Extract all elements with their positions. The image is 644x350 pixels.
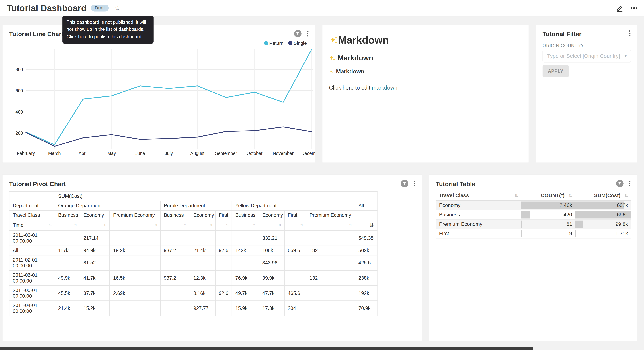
sort-icon[interactable]: ⇅ <box>624 193 628 198</box>
column-header[interactable]: COUNT(*)⇅ <box>521 190 576 200</box>
pivot-card-actions <box>401 180 417 187</box>
pivot-cell: 45.5k <box>54 286 80 301</box>
pivot-cell <box>54 255 80 270</box>
pivot-row: All117k94.9k19.2k937.221.4k92.6142k106k6… <box>9 246 377 255</box>
sort-icon[interactable]: ↑↓ <box>226 222 228 228</box>
pivot-class-header: Business <box>232 210 259 220</box>
sort-icon[interactable]: ↑↓ <box>349 222 352 228</box>
markdown-card: Markdown Markdown Markdown Click here to… <box>322 25 529 163</box>
pivot-cell: 37.7k <box>80 286 110 301</box>
pivot-class-header <box>355 210 377 220</box>
filter-indicator-icon[interactable] <box>616 180 624 187</box>
column-header[interactable]: SUM(Cost)⇅ <box>576 190 631 200</box>
edit-dashboard-icon[interactable] <box>616 4 623 12</box>
pivot-cell: 425.5 <box>355 255 377 270</box>
sort-icon[interactable]: ↑↓ <box>104 222 106 228</box>
sort-icon[interactable]: ↑↓ <box>74 222 76 228</box>
sum-cost-cell: 602k <box>576 200 631 210</box>
cell-value: 61 <box>524 221 572 227</box>
pivot-cell <box>160 286 190 301</box>
markdown-heading-text: Markdown <box>338 54 373 62</box>
pivot-dept-header: All <box>355 201 377 210</box>
sort-icon[interactable]: ↑↓ <box>278 222 281 228</box>
pivot-cell <box>284 270 306 286</box>
pivot-cell <box>190 230 215 246</box>
legend-item-single[interactable]: Single <box>288 40 307 46</box>
pivot-cell: 192k <box>355 286 377 301</box>
pivot-class-header: First <box>215 210 232 220</box>
table-menu-icon[interactable] <box>628 180 632 187</box>
pivot-sort-cell: ⇊ <box>355 220 377 230</box>
pivot-cell: 41.7k <box>80 270 110 286</box>
column-header[interactable]: Travel Class⇅ <box>436 190 521 200</box>
draft-badge[interactable]: Draft <box>90 4 109 12</box>
markdown-heading-medium: Markdown <box>329 54 522 62</box>
sort-icon[interactable]: ⇅ <box>569 193 572 198</box>
pivot-sort-cell: ↑↓ <box>215 220 232 230</box>
pivot-corner-cell <box>9 192 54 201</box>
pivot-cell <box>215 270 232 286</box>
sort-icon[interactable]: ↑↓ <box>209 222 212 228</box>
chart-title: Tutorial Line Chart <box>9 30 63 37</box>
svg-text:400: 400 <box>16 109 23 114</box>
pivot-menu-icon[interactable] <box>412 180 417 187</box>
pivot-sort-cell: ↑↓ <box>80 220 110 230</box>
table-card-actions <box>616 180 632 187</box>
pivot-cell: 19.2k <box>110 246 160 255</box>
pivot-cell <box>190 255 215 270</box>
chart-menu-icon[interactable] <box>306 30 310 37</box>
header-actions <box>616 4 638 12</box>
cell-value: 2.46k <box>524 202 572 208</box>
pivot-cell: 12.3k <box>190 270 215 286</box>
sort-icon[interactable]: ↑↓ <box>48 222 51 228</box>
sort-icon[interactable]: ↑↓ <box>300 222 302 228</box>
sort-icon[interactable]: ⇅ <box>514 193 518 198</box>
pivot-row: 2011-04-01 00:00:0021.4k15.2k927.7715.9k… <box>9 301 377 316</box>
filter-indicator-icon[interactable] <box>294 30 302 37</box>
favorite-star-icon[interactable]: ☆ <box>115 4 121 12</box>
pivot-row-header: All <box>9 246 54 255</box>
svg-text:July: July <box>165 151 173 156</box>
legend-item-return[interactable]: Return <box>264 40 284 46</box>
pivot-cell: 21.4k <box>54 301 80 316</box>
more-menu-icon[interactable] <box>630 6 637 10</box>
pivot-sort-cell: ↑↓ <box>54 220 80 230</box>
filter-menu-icon[interactable] <box>628 30 632 36</box>
horizontal-scrollbar-thumb[interactable] <box>0 347 532 350</box>
markdown-body: Markdown Markdown Markdown Click here to… <box>329 34 522 91</box>
sparkles-icon <box>329 55 335 61</box>
sort-icon[interactable]: ↑↓ <box>184 222 186 228</box>
publish-tooltip[interactable]: This dashboard is not published, it will… <box>62 16 154 43</box>
pivot-row-header: 2011-03-01 00:00:00 <box>9 230 54 246</box>
filter-indicator-icon[interactable] <box>401 180 408 187</box>
pivot-cell: 21.4k <box>190 246 215 255</box>
line-chart: 200400600800FebruaryMarchAprilMayJuneJul… <box>2 48 316 161</box>
pivot-cell: 17.3k <box>259 301 284 316</box>
pivot-row-header: 2011-05-01 00:00:00 <box>9 286 54 301</box>
pivot-cell: 502k <box>355 246 377 255</box>
svg-text:May: May <box>108 151 116 156</box>
pivot-row: 2011-02-01 00:00:0081.52343.98425.5 <box>9 255 377 270</box>
pivot-class-header: Business <box>54 210 80 220</box>
pivot-cell: 49.9k <box>54 270 80 286</box>
pivot-class-header: Premium Economy <box>306 210 355 220</box>
pivot-cell <box>306 255 355 270</box>
sort-icon[interactable]: ↑↓ <box>253 222 256 228</box>
sum-cost-cell: 1.71k <box>576 229 631 238</box>
pivot-row-header: 2011-06-01 00:00:00 <box>9 270 54 286</box>
sort-icon[interactable]: ↑↓ <box>154 222 157 228</box>
apply-button[interactable]: APPLY <box>542 65 569 77</box>
legend-label: Single <box>294 40 307 46</box>
origin-country-select[interactable]: Type or Select [Origin Country] ▾ <box>542 50 631 62</box>
column-header-label: Travel Class <box>439 192 469 198</box>
table-row: Economy2.46k602k <box>436 200 631 210</box>
pivot-cell: 8.16k <box>190 286 215 301</box>
markdown-edit-link[interactable]: markdown <box>372 84 398 91</box>
travel-class-cell: First <box>436 229 521 238</box>
pivot-cell: 15.2k <box>80 301 110 316</box>
sort-icon[interactable]: ⇊ <box>370 222 374 229</box>
count-cell: 2.46k <box>521 200 576 210</box>
pivot-cell: 106k <box>259 246 284 255</box>
svg-text:March: March <box>48 151 61 156</box>
cell-value: 696k <box>579 212 628 218</box>
